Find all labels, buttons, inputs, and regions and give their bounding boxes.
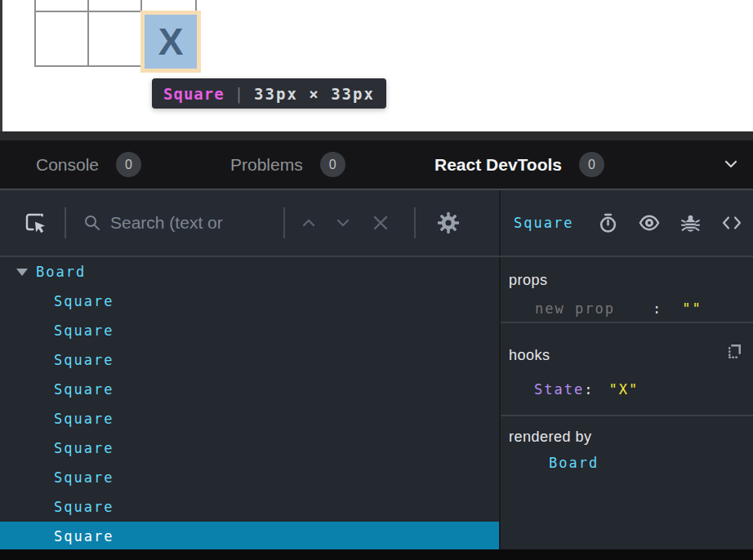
devtools-toolbar: Square	[0, 189, 753, 256]
tree-item-square[interactable]: Square	[0, 375, 499, 404]
tree-item-square[interactable]: Square	[0, 345, 499, 375]
tree-item-label: Square	[54, 499, 114, 515]
browser-viewport: X Square | 33px × 33px	[0, 0, 753, 131]
tree-item-label: Square	[54, 440, 114, 456]
devtools-content: Board Square Square Square Square Square…	[0, 257, 753, 549]
parse-hook-names-icon[interactable]	[724, 341, 745, 362]
tree-item-square-selected[interactable]: Square	[0, 522, 499, 549]
board-cell[interactable]	[36, 12, 89, 65]
toolbar-divider	[65, 207, 66, 238]
tooltip-dimensions: 33px × 33px	[254, 85, 375, 103]
tree-item-square[interactable]: Square	[0, 492, 499, 522]
rendered-by-owner-link[interactable]: Board	[509, 454, 743, 472]
expander-triangle-icon[interactable]	[16, 269, 28, 276]
tooltip-component-name: Square	[163, 85, 225, 103]
board-cell[interactable]	[89, 12, 142, 65]
next-result-button[interactable]	[334, 214, 352, 232]
inspect-highlight-content[interactable]: X	[145, 15, 197, 69]
tree-item-square[interactable]: Square	[0, 463, 499, 492]
tooltip-separator: |	[234, 85, 244, 103]
props-title: props	[509, 271, 743, 289]
page-root: X Square | 33px × 33px Console 0 Problem…	[0, 0, 753, 560]
board-cell[interactable]	[36, 0, 89, 12]
tree-item-label: Square	[54, 411, 114, 427]
board-cell-x-mark: X	[158, 20, 184, 64]
tab-react-devtools-label: React DevTools	[434, 155, 562, 175]
toolbar-divider	[414, 207, 416, 238]
search-icon	[82, 213, 102, 233]
tree-item-label: Square	[54, 352, 114, 368]
clear-search-icon[interactable]	[370, 212, 391, 233]
tree-item-label: Square	[54, 528, 114, 544]
devtools-tab-strip: Console 0 Problems 0 React DevTools 0	[0, 140, 753, 189]
component-tree: Board Square Square Square Square Square…	[0, 257, 501, 549]
search-input[interactable]	[110, 213, 280, 233]
tab-console[interactable]: Console 0	[36, 140, 141, 189]
tree-item-label: Square	[54, 293, 114, 309]
tab-problems-label: Problems	[230, 155, 303, 175]
collapse-panel-chevron-icon[interactable]	[722, 155, 740, 173]
tree-item-label: Square	[54, 322, 114, 339]
prop-colon: :	[653, 300, 662, 318]
previous-result-button[interactable]	[300, 214, 318, 232]
hooks-title: hooks	[509, 346, 743, 364]
suspend-timer-icon[interactable]	[597, 212, 619, 234]
view-source-code-icon[interactable]	[720, 211, 743, 234]
tree-item-label: Square	[54, 381, 114, 398]
tab-react-devtools-badge: 0	[579, 152, 604, 177]
board-cell[interactable]	[89, 0, 142, 12]
toolbar-divider	[283, 207, 285, 238]
tree-item-square[interactable]: Square	[0, 316, 499, 345]
rendered-by-section: rendered by Board	[501, 416, 753, 548]
state-hook-value[interactable]: "X"	[608, 380, 639, 398]
tab-react-devtools[interactable]: React DevTools 0	[434, 140, 604, 189]
inspect-dom-eye-icon[interactable]	[638, 211, 661, 234]
tree-item-label: Square	[54, 469, 114, 486]
tab-console-badge: 0	[116, 152, 141, 177]
new-prop-value[interactable]: ""	[682, 300, 702, 318]
tree-item-label: Board	[36, 264, 86, 280]
state-hook-label: State	[534, 380, 584, 398]
props-section: props : ""	[501, 257, 753, 323]
state-hook-row: State : "X"	[509, 380, 743, 398]
rendered-by-title: rendered by	[509, 428, 743, 446]
tree-toolbar	[0, 190, 501, 256]
log-component-bug-icon[interactable]	[679, 212, 702, 234]
element-size-tooltip: Square | 33px × 33px	[152, 78, 386, 109]
viewport-left-edge	[0, 0, 2, 131]
tree-item-square[interactable]: Square	[0, 404, 499, 433]
inspect-element-picker-button[interactable]	[22, 210, 48, 236]
new-prop-row: : ""	[509, 300, 743, 318]
inspected-component-header: Square	[501, 190, 753, 256]
hooks-section: hooks State : "X"	[501, 323, 753, 416]
tab-console-label: Console	[36, 155, 99, 175]
settings-gear-icon[interactable]	[435, 210, 461, 236]
tree-item-square[interactable]: Square	[0, 287, 499, 316]
new-prop-input[interactable]	[535, 300, 631, 318]
tab-problems[interactable]: Problems 0	[230, 140, 345, 189]
tab-problems-badge: 0	[320, 152, 345, 177]
window-gap-strip	[0, 131, 753, 140]
tree-item-square[interactable]: Square	[0, 433, 499, 463]
bottom-edge-strip	[0, 549, 753, 560]
state-hook-colon: :	[584, 380, 594, 398]
component-inspector: props : "" hooks State :	[501, 257, 753, 549]
selected-component-name: Square	[514, 215, 573, 231]
tree-item-board[interactable]: Board	[0, 257, 499, 287]
